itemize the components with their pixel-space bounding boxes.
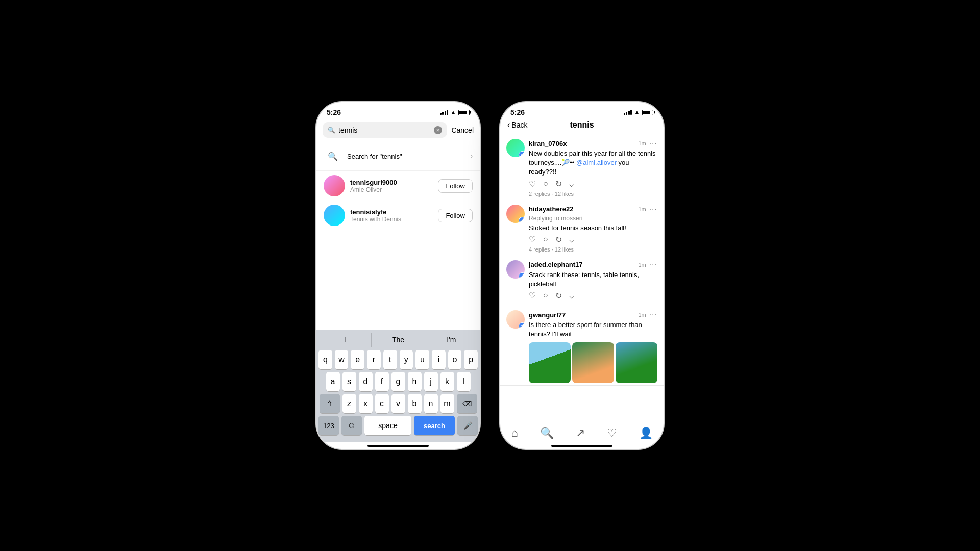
search-input-wrap[interactable]: 🔍 tennis ✕ bbox=[323, 122, 447, 138]
key-j[interactable]: j bbox=[424, 372, 438, 391]
post-meta-4: 1m ··· bbox=[638, 310, 657, 319]
follow-button-1[interactable]: Follow bbox=[438, 179, 473, 193]
post-4: + gwangurl77 1m ··· Is there a better sp… bbox=[500, 305, 664, 385]
key-t[interactable]: t bbox=[383, 350, 397, 369]
suggestion-the[interactable]: The bbox=[372, 333, 425, 347]
search-input[interactable]: tennis bbox=[338, 126, 431, 134]
reply-icon-3[interactable]: ○ bbox=[543, 291, 548, 300]
key-d[interactable]: d bbox=[359, 372, 373, 391]
repost-icon-1[interactable]: ↻ bbox=[555, 179, 562, 189]
repost-icon-2[interactable]: ↻ bbox=[555, 235, 562, 244]
post-body-2: hidayathere22 1m ··· Replying to mosseri… bbox=[529, 205, 657, 253]
phone2-content: ‹ Back tennis + kiran_0706x 1m bbox=[500, 118, 664, 447]
reply-icon-1[interactable]: ○ bbox=[543, 179, 548, 189]
key-y[interactable]: y bbox=[400, 350, 413, 369]
phone1-content: 🔍 tennis ✕ Cancel 🔍 Search for "tennis" … bbox=[316, 118, 480, 447]
post-text-2: Stoked for tennis season this fall! bbox=[529, 223, 657, 233]
key-p[interactable]: p bbox=[464, 350, 478, 369]
key-m[interactable]: m bbox=[440, 394, 454, 413]
like-icon-1[interactable]: ♡ bbox=[529, 179, 536, 189]
key-b[interactable]: b bbox=[408, 394, 422, 413]
search-icon-small: 🔍 bbox=[328, 127, 335, 134]
emoji-key[interactable]: ☺ bbox=[341, 416, 362, 435]
user-info-1: tennisgurl9000 Amie Oliver bbox=[350, 179, 433, 193]
key-g[interactable]: g bbox=[391, 372, 405, 391]
likes-count-2: 12 likes bbox=[555, 246, 574, 253]
nav-compose-icon[interactable]: ↗ bbox=[576, 427, 585, 440]
search-for-row[interactable]: 🔍 Search for "tennis" › bbox=[316, 142, 480, 171]
post-username-3[interactable]: jaded.elephant17 bbox=[529, 261, 582, 268]
key-s[interactable]: s bbox=[342, 372, 356, 391]
post-2: + hidayathere22 1m ··· Replying to mosse… bbox=[500, 199, 664, 255]
cancel-button[interactable]: Cancel bbox=[451, 126, 474, 134]
home-indicator-1 bbox=[368, 445, 429, 447]
key-u[interactable]: u bbox=[415, 350, 429, 369]
shift-key[interactable]: ⇧ bbox=[320, 394, 340, 413]
user-name-1: tennisgurl9000 bbox=[350, 179, 433, 186]
post-username-1[interactable]: kiran_0706x bbox=[529, 140, 567, 147]
replies-count-1: 2 replies bbox=[529, 191, 550, 197]
post-username-2[interactable]: hidayathere22 bbox=[529, 205, 573, 213]
suggestion-i[interactable]: I bbox=[318, 333, 372, 347]
key-q[interactable]: q bbox=[318, 350, 332, 369]
key-o[interactable]: o bbox=[448, 350, 462, 369]
phone-search: 5:26 ▲ 🔍 tennis ✕ Cancel 🔍 Se bbox=[316, 102, 480, 449]
nav-likes-icon[interactable]: ♡ bbox=[607, 427, 617, 440]
share-icon-3[interactable]: ⌵ bbox=[569, 291, 574, 300]
post-more-1[interactable]: ··· bbox=[649, 139, 657, 148]
user-name-2: tennisislyfe bbox=[350, 208, 433, 216]
post-more-2[interactable]: ··· bbox=[649, 205, 657, 214]
mic-key[interactable]: 🎤 bbox=[457, 416, 478, 435]
key-i[interactable]: i bbox=[432, 350, 446, 369]
like-icon-2[interactable]: ♡ bbox=[529, 235, 536, 244]
key-h[interactable]: h bbox=[408, 372, 422, 391]
post-avatar-col-4: + bbox=[506, 310, 525, 383]
post-header-1: kiran_0706x 1m ··· bbox=[529, 139, 657, 148]
back-chevron-icon: ‹ bbox=[507, 120, 510, 130]
time-2: 5:26 bbox=[510, 108, 525, 116]
share-icon-1[interactable]: ⌵ bbox=[569, 179, 574, 189]
signal-icon-2 bbox=[624, 110, 632, 115]
reply-icon-2[interactable]: ○ bbox=[543, 235, 548, 244]
space-key[interactable]: space bbox=[364, 416, 411, 435]
backspace-key[interactable]: ⌫ bbox=[457, 394, 477, 413]
clear-button[interactable]: ✕ bbox=[434, 126, 442, 134]
post-avatar-4: + bbox=[506, 310, 525, 329]
key-v[interactable]: v bbox=[391, 394, 405, 413]
post-username-4[interactable]: gwangurl77 bbox=[529, 311, 566, 319]
post-header-3: jaded.elephant17 1m ··· bbox=[529, 260, 657, 269]
follow-button-2[interactable]: Follow bbox=[438, 209, 473, 222]
nav-search-icon[interactable]: 🔍 bbox=[540, 427, 554, 440]
post-image-2 bbox=[572, 342, 614, 383]
key-f[interactable]: f bbox=[375, 372, 389, 391]
key-n[interactable]: n bbox=[424, 394, 438, 413]
post-time-1: 1m bbox=[638, 140, 646, 146]
home-indicator-2 bbox=[551, 445, 612, 447]
key-x[interactable]: x bbox=[359, 394, 373, 413]
post-more-3[interactable]: ··· bbox=[649, 260, 657, 269]
page-title: tennis bbox=[570, 120, 594, 130]
post-text-3: Stack rank these: tennis, table tennis, … bbox=[529, 270, 657, 289]
mention-1[interactable]: @aimi.allover bbox=[576, 159, 617, 166]
like-icon-3[interactable]: ♡ bbox=[529, 291, 536, 300]
key-c[interactable]: c bbox=[375, 394, 389, 413]
post-header-2: hidayathere22 1m ··· bbox=[529, 205, 657, 214]
key-k[interactable]: k bbox=[440, 372, 454, 391]
nav-home-icon[interactable]: ⌂ bbox=[511, 427, 518, 440]
share-icon-2[interactable]: ⌵ bbox=[569, 235, 574, 244]
back-button[interactable]: ‹ Back bbox=[507, 120, 527, 130]
suggestion-im[interactable]: I'm bbox=[425, 333, 478, 347]
back-label: Back bbox=[511, 121, 527, 129]
search-key[interactable]: search bbox=[414, 416, 455, 435]
nav-profile-icon[interactable]: 👤 bbox=[639, 427, 653, 440]
key-r[interactable]: r bbox=[367, 350, 381, 369]
user-avatar-1 bbox=[324, 175, 345, 196]
key-w[interactable]: w bbox=[335, 350, 349, 369]
post-more-4[interactable]: ··· bbox=[649, 310, 657, 319]
key-l[interactable]: l bbox=[457, 372, 471, 391]
key-z[interactable]: z bbox=[342, 394, 356, 413]
repost-icon-3[interactable]: ↻ bbox=[555, 291, 562, 300]
key-a[interactable]: a bbox=[326, 372, 340, 391]
num-key[interactable]: 123 bbox=[318, 416, 339, 435]
key-e[interactable]: e bbox=[351, 350, 364, 369]
